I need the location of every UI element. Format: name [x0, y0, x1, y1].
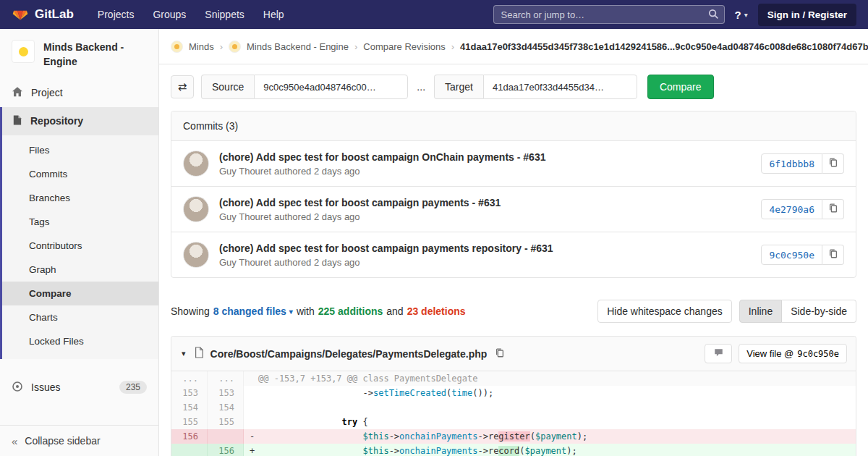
file-path-link[interactable]: Core/Boost/Campaigns/Delegates/PaymentsD… — [210, 348, 488, 360]
new-line-number[interactable]: 156 — [208, 444, 244, 456]
new-line-number[interactable]: 155 — [208, 415, 244, 429]
sidebar-item-branches[interactable]: Branches — [2, 186, 158, 210]
breadcrumb-compare-link[interactable]: Compare Revisions — [363, 41, 445, 52]
sidebar-item-label: Issues — [31, 381, 60, 393]
commit-author[interactable]: Guy Thouret — [219, 211, 271, 222]
chevron-down-icon: ▾ — [744, 11, 748, 19]
user-avatar[interactable] — [183, 151, 209, 177]
sign-in-button[interactable]: Sign in / Register — [758, 4, 856, 26]
sidebar-item-charts[interactable]: Charts — [2, 305, 158, 329]
copy-sha-button[interactable] — [822, 153, 844, 174]
breadcrumb-group-link[interactable]: Minds — [189, 41, 214, 52]
main-content: Minds › Minds Backend - Engine › Compare… — [159, 0, 868, 456]
breadcrumb-project-link[interactable]: Minds Backend - Engine — [247, 41, 349, 52]
diff-file-header: ▾ Core/Boost/Campaigns/Delegates/Payment… — [171, 337, 856, 371]
nav-link-projects[interactable]: Projects — [88, 1, 144, 28]
sidebar-item-project[interactable]: Project — [0, 79, 158, 107]
user-avatar[interactable] — [183, 196, 209, 222]
view-file-sha: 9c0c950e — [797, 349, 839, 359]
collapse-diff-button[interactable]: ▾ — [180, 347, 187, 360]
help-menu[interactable]: ? ▾ — [735, 9, 748, 21]
project-context[interactable]: Minds Backend - Engine — [0, 29, 158, 79]
view-file-button[interactable]: View file @ 9c0c950e — [739, 344, 847, 363]
and-label: and — [386, 305, 403, 317]
nav-link-groups[interactable]: Groups — [143, 1, 195, 28]
source-ref-dropdown[interactable]: 9c0c950e4ad048746c00… — [254, 75, 408, 99]
top-navbar: GitLab Projects Groups Snippets Help ? ▾… — [0, 0, 868, 29]
sidebar-item-locked-files[interactable]: Locked Files — [2, 329, 158, 353]
gitlab-logo[interactable]: GitLab — [12, 5, 74, 24]
chevron-right-icon: › — [354, 41, 357, 52]
commit-author[interactable]: Guy Thouret — [219, 166, 271, 177]
breadcrumb-current-range: 41daa17e0f33d4455d345f738c1e1d1429241586… — [460, 41, 868, 52]
compare-button[interactable]: Compare — [647, 75, 714, 99]
commits-panel-title: Commits (3) — [171, 111, 856, 141]
commit-title[interactable]: (chore) Add spec test for boost campaign… — [219, 151, 545, 163]
repository-submenu: Files Commits Branches Tags Contributors… — [2, 135, 158, 359]
new-line-number[interactable]: 154 — [208, 400, 244, 415]
new-line-number[interactable]: ... — [208, 371, 244, 386]
sidebar-item-graph[interactable]: Graph — [2, 258, 158, 282]
new-line-number[interactable] — [208, 429, 244, 444]
navbar-links: Projects Groups Snippets Help — [88, 1, 294, 28]
old-line-number[interactable]: 153 — [171, 386, 208, 400]
sidebar-item-commits[interactable]: Commits — [2, 162, 158, 186]
commit-meta: authored 2 days ago — [274, 257, 360, 268]
commit-row: (chore) Add spec test for boost campaign… — [171, 141, 856, 187]
issues-icon — [12, 381, 23, 394]
search-input[interactable] — [493, 5, 725, 24]
with-label: with — [297, 305, 315, 317]
new-line-number[interactable]: 153 — [208, 386, 244, 400]
commits-panel: Commits (3) (chore) Add spec test for bo… — [171, 111, 856, 278]
commit-sha[interactable]: 9c0c950e — [761, 245, 822, 265]
additions-count: 225 additions — [318, 305, 383, 317]
commit-sha[interactable]: 6f1dbbb8 — [761, 153, 822, 174]
search-icon[interactable] — [708, 9, 719, 22]
source-group: Source 9c0c950e4ad048746c00… — [201, 75, 408, 99]
sidebar-item-files[interactable]: Files — [2, 138, 158, 162]
old-line-number[interactable]: ... — [171, 371, 208, 386]
diff-table: ...... @@ -153,7 +153,7 @@ class Payment… — [171, 371, 856, 456]
commit-title[interactable]: (chore) Add spec test for boost campaign… — [219, 197, 501, 208]
toggle-comments-button[interactable] — [705, 344, 732, 363]
sidebar-item-compare[interactable]: Compare — [2, 282, 158, 305]
copy-sha-button[interactable] — [822, 199, 844, 219]
diff-view-toggle: Inline Side-by-side — [739, 300, 856, 323]
sidebar-item-repository[interactable]: Repository — [2, 107, 158, 135]
copy-icon — [828, 157, 838, 170]
commit-title[interactable]: (chore) Add spec test for boost campaign… — [219, 242, 553, 254]
navbar-search — [493, 5, 725, 24]
diff-line: 156- $this->onchainPayments->register($p… — [171, 429, 856, 444]
commit-meta: authored 2 days ago — [274, 211, 360, 222]
showing-label: Showing — [171, 305, 210, 317]
target-label: Target — [434, 75, 483, 99]
target-ref-dropdown[interactable]: 41daa17e0f33d4455d34… — [483, 75, 637, 99]
diff-code — [244, 400, 856, 415]
changed-files-dropdown[interactable]: 8 changed files ▾ — [213, 305, 293, 317]
copy-icon — [828, 248, 838, 261]
project-avatar — [12, 40, 35, 63]
sidebar-item-contributors[interactable]: Contributors — [2, 234, 158, 258]
nav-link-snippets[interactable]: Snippets — [195, 1, 253, 28]
commit-sha[interactable]: 4e2790a6 — [761, 199, 822, 219]
copy-icon — [828, 203, 838, 216]
nav-link-help[interactable]: Help — [254, 1, 294, 28]
inline-view-button[interactable]: Inline — [739, 300, 782, 323]
diff-code: @@ -153,7 +153,7 @@ class PaymentsDelega… — [244, 371, 856, 386]
old-line-number[interactable]: 154 — [171, 400, 208, 415]
commit-author[interactable]: Guy Thouret — [219, 257, 271, 268]
old-line-number[interactable] — [171, 444, 208, 456]
diff-line: ...... @@ -153,7 +153,7 @@ class Payment… — [171, 371, 856, 386]
copy-sha-button[interactable] — [822, 245, 844, 265]
old-line-number[interactable]: 156 — [171, 429, 208, 444]
collapse-sidebar-button[interactable]: « Collapse sidebar — [0, 425, 158, 456]
sidebar-item-issues[interactable]: Issues 235 — [0, 373, 158, 402]
swap-revisions-button[interactable]: ⇄ — [171, 75, 194, 98]
copy-file-path-button[interactable] — [493, 346, 506, 362]
home-icon — [12, 86, 23, 100]
old-line-number[interactable]: 155 — [171, 415, 208, 429]
sidebar-item-tags[interactable]: Tags — [2, 210, 158, 234]
user-avatar[interactable] — [183, 242, 209, 268]
side-by-side-view-button[interactable]: Side-by-side — [782, 300, 856, 323]
hide-whitespace-button[interactable]: Hide whitespace changes — [597, 300, 732, 323]
